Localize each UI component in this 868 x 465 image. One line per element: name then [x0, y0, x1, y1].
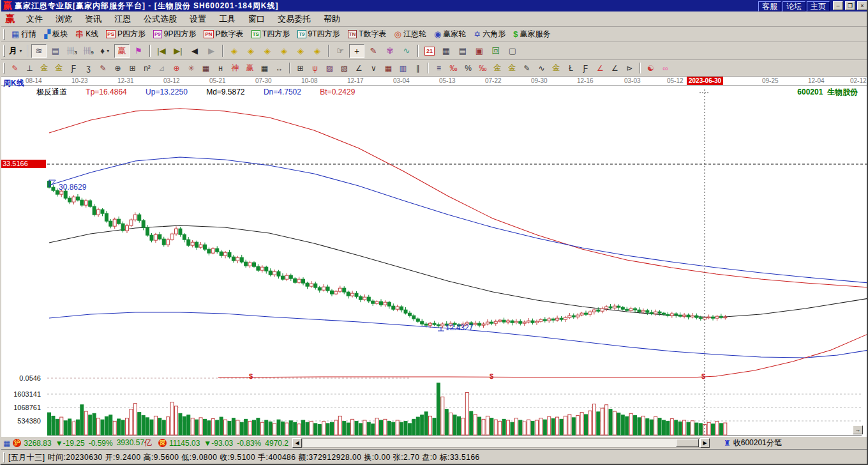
overview-icon[interactable]: ≋ [31, 44, 47, 58]
title-bar[interactable]: 赢 赢家江恩专业版[赢家内部服务平台] - [生物股份 SH600201-184… [1, 0, 868, 11]
drawing-tool-icon[interactable]: ▨ [322, 61, 337, 75]
bars9-icon[interactable]: 卌9 [81, 44, 96, 58]
drawing-tool-icon[interactable]: ☯ [643, 61, 658, 75]
drawing-tool-icon[interactable]: ⊕ [110, 61, 125, 75]
drawing-tool-icon[interactable]: ▥ [396, 61, 410, 75]
toolbar-button[interactable]: ◉赢家轮 [430, 28, 470, 40]
drawing-tool-icon[interactable]: ‰ [446, 61, 461, 75]
drawing-tool-icon[interactable]: ▦ [381, 61, 396, 75]
drawing-tool-icon[interactable]: ✎ [8, 61, 22, 75]
menu-item[interactable]: 公式选股 [137, 12, 183, 26]
drawing-tool-icon[interactable]: Ƒ [578, 61, 593, 75]
drawing-tool-icon[interactable]: 金 [505, 61, 520, 75]
drawing-tool-icon[interactable]: ψ [308, 61, 322, 75]
toolbar-grip[interactable] [3, 63, 5, 74]
drawing-tool-icon[interactable]: n² [140, 61, 154, 75]
candle-style-icon[interactable]: ♦▼ [98, 44, 113, 58]
drawing-tool-icon[interactable]: ∨ [366, 61, 381, 75]
drawing-tool-icon[interactable]: ∥ [410, 61, 425, 75]
close-button[interactable]: × [857, 1, 867, 10]
drawing-tool-icon[interactable]: 金 [37, 61, 52, 75]
computer-icon[interactable]: ▢ [505, 44, 520, 58]
calendar-icon[interactable]: 21 [422, 44, 437, 58]
drawing-tool-icon[interactable]: ✳ [184, 61, 198, 75]
toolbar-button[interactable]: PSP四方形 [102, 28, 149, 40]
color-chart-icon[interactable]: ⚑ [131, 44, 146, 58]
period-month-button[interactable]: 月▼ [8, 44, 24, 58]
drawing-tool-icon[interactable]: ⊕ [169, 61, 184, 75]
menu-item[interactable]: 工具 [213, 12, 242, 26]
menu-item[interactable]: 交易委托 [271, 12, 317, 26]
drawing-tool-icon[interactable]: % [461, 61, 475, 75]
drawing-tool-icon[interactable]: ≡ [431, 61, 446, 75]
drawing-tool-icon[interactable]: ✎ [96, 61, 110, 75]
crosshair-tool-icon[interactable]: ＋ [349, 44, 364, 58]
titlebar-button-主页[interactable]: 主页 [807, 1, 830, 11]
menu-item[interactable]: 帮助 [317, 12, 347, 26]
hand-tool-icon[interactable]: ☞ [333, 44, 348, 58]
next-icon[interactable]: ▶ [204, 44, 219, 58]
save-icon[interactable]: ▣ [472, 44, 487, 58]
diamond-zoomout-icon[interactable]: ◈ [310, 44, 325, 58]
toolbar-button[interactable]: T99T四方形 [294, 28, 343, 40]
drawing-tool-icon[interactable]: ∠ [593, 61, 608, 75]
toolbar-grip[interactable] [3, 29, 5, 39]
quote-grid-icon[interactable]: ▦ [3, 439, 10, 448]
drawing-tool-icon[interactable]: 金 [549, 61, 564, 75]
calculator-icon[interactable]: ▦ [438, 44, 454, 58]
scrollbar-left-arrow[interactable]: ◀ [292, 438, 302, 448]
drawing-tool-icon[interactable]: ⊳ [622, 61, 637, 75]
drawing-tool-icon[interactable]: ✎ [520, 61, 534, 75]
note-icon[interactable]: ▤ [48, 44, 63, 58]
drawing-tool-icon[interactable]: Ƒ [66, 61, 81, 75]
drawing-tool-icon[interactable]: ∞ [658, 61, 673, 75]
pen-tool-icon[interactable]: ✎ [366, 44, 381, 58]
memo-icon[interactable]: ▤ [455, 44, 470, 58]
toolbar-button[interactable]: ✡六角形 [470, 28, 509, 40]
first-bar-icon[interactable]: |◀ [154, 44, 169, 58]
toolbar-button[interactable]: 串K线 [71, 28, 102, 41]
menu-item[interactable]: 江恩 [108, 12, 137, 26]
drawing-tool-icon[interactable]: ʒ [81, 61, 96, 75]
menu-item[interactable]: 资讯 [79, 12, 108, 26]
toolbar-button[interactable]: TST四方形 [248, 28, 294, 40]
toolbar-button[interactable]: P99P四方形 [149, 28, 200, 40]
titlebar-button-论坛[interactable]: 论坛 [782, 1, 805, 11]
scrollbar-right-arrow[interactable]: ▶ [700, 438, 710, 448]
drawing-tool-icon[interactable]: ∠ [352, 61, 366, 75]
drawing-tool-icon[interactable]: 金 [490, 61, 505, 75]
diamond-hzoom-icon[interactable]: ◈ [260, 44, 275, 58]
drawing-tool-icon[interactable]: ⊿ [154, 61, 169, 75]
toolbar-button[interactable]: ▞板块 [40, 28, 71, 40]
minimize-button[interactable]: – [833, 1, 843, 10]
prev-icon[interactable]: ◀ [187, 44, 202, 58]
menu-item[interactable]: 浏览 [49, 12, 79, 26]
scrollbar-thumb[interactable] [676, 439, 699, 447]
gann-tool-icon[interactable]: 赢 [114, 44, 130, 58]
diamond-vzoom-icon[interactable]: ◈ [276, 44, 292, 58]
curve-tool-icon[interactable]: ∿ [399, 44, 414, 58]
drawing-tool-icon[interactable]: ▦ [257, 61, 272, 75]
toolbar-button[interactable]: TNT数字表 [344, 28, 391, 40]
toolbar-button[interactable]: PNP数字表 [200, 28, 247, 40]
toolbar-button[interactable]: $赢家服务 [509, 28, 554, 40]
restore-button[interactable]: ❐ [845, 1, 855, 10]
drawing-tool-icon[interactable]: Ł [564, 61, 578, 75]
drawing-tool-icon[interactable]: ʜ [213, 61, 228, 75]
diamond-right-icon[interactable]: ◈ [243, 44, 258, 58]
drawing-tool-icon[interactable]: ▦ [198, 61, 213, 75]
chart-canvas[interactable] [1, 77, 868, 436]
menu-item[interactable]: 窗口 [242, 12, 271, 26]
titlebar-button-客服[interactable]: 客服 [758, 1, 781, 11]
drawing-tool-icon[interactable]: ⊞ [293, 61, 308, 75]
knot-tool-icon[interactable]: ✾ [382, 44, 398, 58]
scrollbar-track[interactable] [302, 438, 700, 448]
drawing-tool-icon[interactable]: ∿ [534, 61, 549, 75]
drawing-tool-icon[interactable]: 神 [228, 61, 243, 75]
drawing-tool-icon[interactable]: ∠ [608, 61, 622, 75]
bars3-icon[interactable]: 卌3 [64, 44, 80, 58]
tick-feed-label[interactable]: 收600201分笔 [733, 438, 782, 448]
drawing-tool-icon[interactable]: ‰ [475, 61, 490, 75]
drawing-tool-icon[interactable]: ⊞ [125, 61, 140, 75]
drawing-tool-icon[interactable]: ↔ [272, 61, 287, 75]
